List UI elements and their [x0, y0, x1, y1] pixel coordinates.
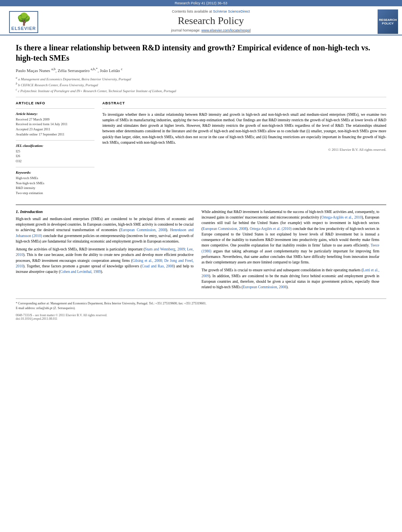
info-top-divider	[16, 108, 94, 109]
cite-ec2008c[interactable]: European Commission, 2008	[243, 285, 287, 289]
online-date: Available online 17 September 2011	[16, 132, 94, 137]
header-divider	[16, 97, 386, 97]
journal-title: Research Policy	[178, 15, 244, 27]
sciverse-prefix: Contents lists available at	[172, 9, 213, 13]
revised-date: Received in revised form 14 July 2011	[16, 122, 94, 127]
cite-ortega2[interactable]: Ortega-Argilés et al. (2010)	[250, 227, 291, 231]
intro-para4: The growth of SMEs is crucial to ensure …	[202, 267, 380, 290]
homepage-prefix: journal homepage:	[171, 28, 201, 32]
journal-right-logo: RESEARCH POLICY	[374, 9, 398, 35]
body-divider	[16, 204, 386, 205]
article-info-abstract: ARTICLE INFO Article history: Received 2…	[16, 101, 386, 199]
footnote-email: E-mail address: zelia@ubi.pt (Z. Serrasq…	[16, 306, 386, 310]
issn-text: 0048-7333/$ – see front matter © 2011 El…	[16, 313, 107, 317]
top-bar: Research Policy 41 (2012) 36–53	[0, 0, 402, 6]
cite-henrekson[interactable]: Henrekson and Johansson (2010)	[16, 228, 194, 237]
intro-heading: 1. Introduction	[16, 209, 194, 214]
keywords-label: Keywords:	[16, 171, 94, 174]
intro-para1: High-tech small and medium-sized enterpr…	[16, 216, 194, 244]
doi-text: doi:10.1016/j.respol.2011.08.011	[16, 317, 57, 321]
abstract-text: To investigate whether there is a simila…	[102, 112, 386, 146]
cite-ec2008b[interactable]: European Commission, 2008	[203, 227, 246, 231]
received-date: Received 27 March 2009	[16, 117, 94, 122]
journal-volume-info: Research Policy 41 (2012) 36–53	[175, 1, 228, 5]
sciverse-line: Contents lists available at SciVerse Sci…	[172, 9, 250, 13]
abstract-col: ABSTRACT To investigate whether there is…	[102, 101, 386, 199]
sciverse-link[interactable]: SciVerse ScienceDirect	[213, 9, 250, 13]
elsevier-wordmark: ELSEVIER	[11, 26, 36, 31]
cite-cohen[interactable]: Cohen and Levinthal, 1989	[60, 270, 101, 274]
journal-header: 🌳 ELSEVIER Contents lists available at S…	[0, 6, 402, 35]
accepted-date: Accepted 23 August 2011	[16, 127, 94, 132]
body-right-col: While admitting that R&D investment is f…	[202, 209, 380, 293]
jel-i26: I26	[16, 154, 94, 159]
cite-ortega1[interactable]: Ortega-Argilés et al., 2010	[321, 215, 361, 219]
elsevier-logo: 🌳 ELSEVIER	[4, 9, 47, 35]
keyword-4: Two-step estimation	[16, 191, 94, 196]
keyword-1: High-tech SMEs	[16, 176, 94, 181]
rp-logo-box: RESEARCH POLICY	[378, 9, 398, 34]
intro-para2: Among the activities of high-tech SMEs, …	[16, 247, 194, 274]
article-info-col: ARTICLE INFO Article history: Received 2…	[16, 101, 94, 199]
cite-coad[interactable]: Coad and Rao, 2008	[142, 264, 174, 268]
keyword-3: R&D intensity	[16, 185, 94, 191]
intro-para3: While admitting that R&D investment is f…	[202, 209, 380, 265]
cite-ec2008a[interactable]: European Commission, 2008	[120, 228, 166, 232]
article-history: Article history: Received 27 March 2009 …	[16, 112, 94, 137]
elsevier-logo-box: 🌳 ELSEVIER	[9, 11, 38, 33]
body-text: 1. Introduction High-tech small and medi…	[16, 209, 386, 293]
author3-sup: c	[121, 67, 122, 71]
abstract-top-divider	[102, 108, 386, 109]
keyword-2: Non-high-tech SMEs	[16, 181, 94, 186]
homepage-link[interactable]: www.elsevier.com/locate/respol	[202, 28, 251, 32]
keywords-section: Keywords: High-tech SMEs Non-high-tech S…	[16, 171, 94, 196]
body-left-col: 1. Introduction High-tech small and medi…	[16, 209, 194, 293]
authors-line: Paulo Maças Nunes a,b, Zélia Serrasqueir…	[16, 67, 386, 73]
jel-classification: JEL classification: I25 I26 O32	[16, 144, 94, 164]
copyright-line: © 2011 Elsevier B.V. All rights reserved…	[102, 148, 386, 152]
affiliation-c: c c Polytechnic Institute of Portalegre …	[16, 88, 386, 93]
affiliation-a: a a Management and Economics Department,…	[16, 76, 386, 81]
affiliations: a a Management and Economics Department,…	[16, 76, 386, 93]
cite-stam[interactable]: Stam and Wennberg, 2009; Lee, 2010	[16, 247, 194, 257]
article-info-label: ARTICLE INFO	[16, 101, 94, 105]
history-label: Article history:	[16, 112, 94, 116]
jel-i25: I25	[16, 149, 94, 154]
elsevier-tree-icon: 🌳	[11, 13, 36, 25]
footnote-corresponding: * Corresponding author at: Management an…	[16, 301, 386, 306]
main-content: Is there a linear relationship between R…	[0, 35, 402, 324]
cite-lotti[interactable]: Lotti et al., 2009	[202, 268, 380, 278]
jel-label: JEL classification:	[16, 144, 94, 148]
author1-sup: a,b	[51, 67, 56, 71]
affiliation-b: b b CEFACE Research Center, Évora Univer…	[16, 82, 386, 87]
author2-sup: a,b,*	[91, 67, 98, 71]
rp-logo-text: RESEARCH POLICY	[379, 18, 397, 25]
info-bot-divider	[16, 167, 94, 167]
abstract-label: ABSTRACT	[102, 101, 386, 105]
one-possible-text: One	[230, 243, 237, 247]
jel-o32: O32	[16, 159, 94, 164]
journal-center: Contents lists available at SciVerse Sci…	[47, 9, 374, 35]
cite-teece[interactable]: Teece (1986)	[202, 243, 380, 253]
issn-line: 0048-7333/$ – see front matter © 2011 El…	[16, 313, 386, 321]
info-mid-divider	[16, 140, 94, 141]
footnote-area: * Corresponding author at: Management an…	[16, 298, 386, 320]
article-title: Is there a linear relationship between R…	[16, 43, 386, 63]
journal-homepage: journal homepage: www.elsevier.com/locat…	[171, 28, 250, 32]
